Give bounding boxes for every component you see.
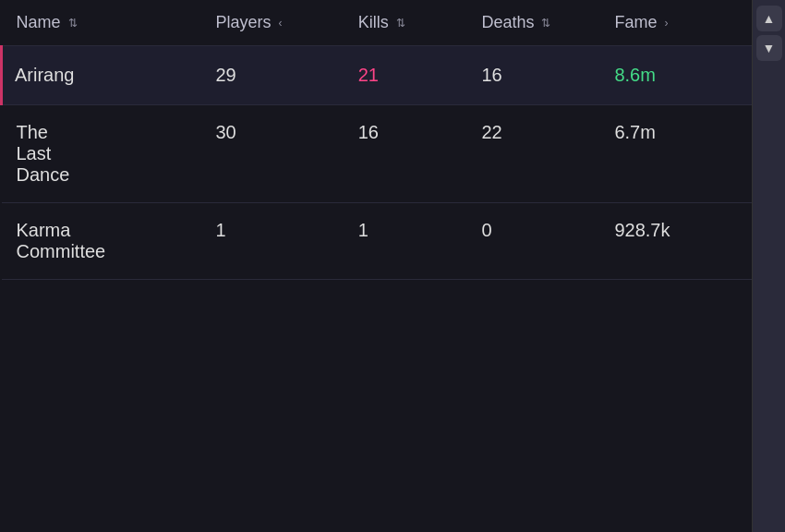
cell-deaths: 22 xyxy=(466,105,599,203)
scrollbar: ▲ ▼ xyxy=(752,0,785,532)
cell-fame: 6.7m xyxy=(599,105,752,203)
cell-players: 29 xyxy=(200,46,343,105)
cell-name: The Last Dance xyxy=(2,105,201,203)
fame-sort-icon: › xyxy=(664,17,668,30)
col-players-label: Players xyxy=(215,13,271,31)
cell-name: Arirang xyxy=(2,46,201,105)
players-sort-icon: ‹ xyxy=(279,17,283,30)
table-container: Name ⇅ Players ‹ Kills ⇅ Deaths ⇅ xyxy=(0,0,752,532)
kills-sort-icon: ⇅ xyxy=(396,17,405,30)
cell-players: 30 xyxy=(200,105,343,203)
cell-kills: 21 xyxy=(344,46,467,105)
deaths-sort-icon: ⇅ xyxy=(541,17,550,30)
cell-name: Karma Committee xyxy=(2,203,201,280)
name-sort-icon: ⇅ xyxy=(68,17,78,30)
scroll-down-button[interactable]: ▼ xyxy=(756,35,782,61)
col-header-name[interactable]: Name ⇅ xyxy=(2,0,201,46)
cell-kills: 16 xyxy=(344,105,467,203)
col-name-label: Name xyxy=(17,13,61,31)
table-header-row: Name ⇅ Players ‹ Kills ⇅ Deaths ⇅ xyxy=(2,0,753,46)
scroll-up-button[interactable]: ▲ xyxy=(756,6,782,31)
cell-fame: 8.6m xyxy=(599,46,752,105)
cell-deaths: 0 xyxy=(466,203,599,280)
table-row[interactable]: Arirang2921168.6m xyxy=(2,46,753,105)
cell-players: 1 xyxy=(200,203,343,280)
leaderboard-table: Name ⇅ Players ‹ Kills ⇅ Deaths ⇅ xyxy=(0,0,785,532)
col-header-fame[interactable]: Fame › xyxy=(599,0,752,46)
cell-deaths: 16 xyxy=(466,46,599,105)
cell-kills: 1 xyxy=(344,203,467,280)
col-header-deaths[interactable]: Deaths ⇅ xyxy=(466,0,599,46)
col-fame-label: Fame xyxy=(614,13,657,31)
col-kills-label: Kills xyxy=(358,13,389,31)
table-row[interactable]: The Last Dance3016226.7m xyxy=(2,105,753,203)
table-row[interactable]: Karma Committee110928.7k xyxy=(2,203,753,280)
cell-fame: 928.7k xyxy=(599,203,752,280)
col-deaths-label: Deaths xyxy=(481,13,534,31)
col-header-players[interactable]: Players ‹ xyxy=(200,0,343,46)
col-header-kills[interactable]: Kills ⇅ xyxy=(344,0,467,46)
